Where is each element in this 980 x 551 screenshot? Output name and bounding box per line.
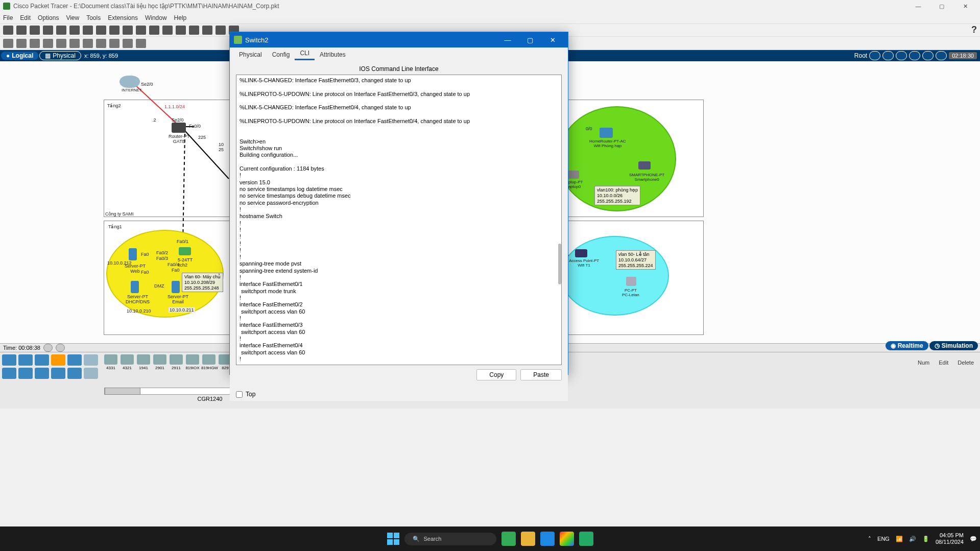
taskbar-app-explorer[interactable] xyxy=(521,532,535,546)
palette-net-icon[interactable] xyxy=(2,354,16,366)
cloud-icon[interactable] xyxy=(119,76,140,88)
play-button[interactable] xyxy=(43,344,53,352)
fast-forward-button[interactable] xyxy=(56,344,65,352)
device-4321[interactable]: 4321 xyxy=(119,354,135,370)
draw-freeform-icon[interactable] xyxy=(109,39,119,48)
device-819iox[interactable]: 819IOX xyxy=(185,354,200,370)
zoom-fit-icon[interactable] xyxy=(149,26,159,35)
popup-close-button[interactable]: ✕ xyxy=(541,32,564,47)
draw-ellipse-icon[interactable] xyxy=(96,39,106,48)
wizard-icon[interactable] xyxy=(56,26,66,35)
tab-attributes[interactable]: Attributes xyxy=(315,49,351,60)
new-icon[interactable] xyxy=(3,26,13,35)
pc-letan-icon[interactable] xyxy=(626,277,636,286)
device-2911[interactable]: 2911 xyxy=(169,354,184,370)
tray-battery-icon[interactable]: 🔋 xyxy=(922,536,929,542)
palette-sub4-icon[interactable] xyxy=(51,368,65,379)
paste-button[interactable]: Paste xyxy=(520,369,562,380)
letan-zone[interactable] xyxy=(561,236,669,316)
nav-env-icon[interactable] xyxy=(936,51,947,60)
taskbar-app-pt[interactable] xyxy=(501,532,516,546)
simulation-tab[interactable]: ◷ Simulation xyxy=(929,341,978,350)
realtime-tab[interactable]: ◉ Realtime xyxy=(886,341,928,350)
select-tool-icon[interactable] xyxy=(3,39,13,48)
menu-window[interactable]: Window xyxy=(145,14,167,21)
palette-icon[interactable] xyxy=(162,26,173,35)
minimize-button[interactable]: — xyxy=(906,0,930,12)
root-button[interactable]: Root xyxy=(854,52,867,59)
tab-physical[interactable]: Physical xyxy=(234,49,267,60)
start-button[interactable] xyxy=(387,533,399,545)
menu-extensions[interactable]: Extensions xyxy=(108,14,138,21)
help-icon[interactable]: ? xyxy=(971,25,977,35)
close-button[interactable]: ✕ xyxy=(953,0,977,12)
ap-icon[interactable] xyxy=(575,249,587,257)
menu-file[interactable]: File xyxy=(3,14,13,21)
taskbar-app-chrome[interactable] xyxy=(560,532,574,546)
palette-conn-icon[interactable] xyxy=(51,354,65,366)
home-router-icon[interactable] xyxy=(600,128,613,138)
palette-comp-icon[interactable] xyxy=(35,354,49,366)
palette-sub5-icon[interactable] xyxy=(67,368,82,379)
device-2901[interactable]: 2901 xyxy=(152,354,168,370)
palette-end-icon[interactable] xyxy=(18,354,33,366)
cli-scrollbar[interactable] xyxy=(558,244,561,284)
undo-icon[interactable] xyxy=(96,26,106,35)
smartphone-icon[interactable] xyxy=(638,161,651,170)
zoom-in-icon[interactable] xyxy=(123,26,133,35)
device-icon-b[interactable] xyxy=(189,26,199,35)
palette-sub6-icon[interactable] xyxy=(84,368,98,379)
popup-titlebar[interactable]: Switch2 — ▢ ✕ xyxy=(230,32,568,47)
device-819hgw[interactable]: 819HGW xyxy=(201,354,217,370)
palette-sub2-icon[interactable] xyxy=(18,368,33,379)
nav-cloud-icon[interactable] xyxy=(882,51,894,60)
zoom-out-icon[interactable] xyxy=(136,26,146,35)
taskbar-app-zalo[interactable] xyxy=(540,532,555,546)
complex-pdu-icon[interactable] xyxy=(136,39,146,48)
nav-move-icon[interactable] xyxy=(896,51,907,60)
copy-button[interactable]: Copy xyxy=(476,369,516,380)
logical-tab[interactable]: ● Logical xyxy=(1,52,38,60)
tray-notifications-icon[interactable]: 💬 xyxy=(970,536,977,542)
delete-tool-icon[interactable] xyxy=(30,39,40,48)
top-checkbox[interactable] xyxy=(236,391,243,398)
palette-sub3-icon[interactable] xyxy=(35,368,49,379)
menu-help[interactable]: Help xyxy=(174,14,187,21)
palette-misc-icon[interactable] xyxy=(67,354,82,366)
resize-tool-icon[interactable] xyxy=(43,39,53,48)
draw-line-icon[interactable] xyxy=(69,39,80,48)
save-icon[interactable] xyxy=(30,26,40,35)
menu-options[interactable]: Options xyxy=(38,14,59,21)
maximize-button[interactable]: ▢ xyxy=(930,0,953,12)
server-email-icon[interactable] xyxy=(172,281,180,293)
open-icon[interactable] xyxy=(16,26,27,35)
print-icon[interactable] xyxy=(43,26,53,35)
physical-tab[interactable]: ▦ Physical xyxy=(39,51,81,60)
nav-view-b-icon[interactable] xyxy=(922,51,934,60)
simple-pdu-icon[interactable] xyxy=(123,39,133,48)
router-gate-icon[interactable] xyxy=(172,123,186,133)
popup-minimize-button[interactable]: — xyxy=(496,32,519,47)
menu-view[interactable]: View xyxy=(66,14,79,21)
server-dhcp-icon[interactable] xyxy=(131,281,139,293)
taskbar-search[interactable]: 🔍 Search xyxy=(404,533,496,545)
switch2-window[interactable]: Switch2 — ▢ ✕ Physical Config CLI Attrib… xyxy=(229,32,568,375)
switch-icon[interactable] xyxy=(179,247,191,255)
device-icon-a[interactable] xyxy=(176,26,186,35)
copy-icon[interactable] xyxy=(69,26,80,35)
menu-edit[interactable]: Edit xyxy=(20,14,31,21)
paste-icon[interactable] xyxy=(83,26,93,35)
redo-icon[interactable] xyxy=(109,26,119,35)
server-web-icon[interactable] xyxy=(129,248,137,260)
tray-clock[interactable]: 04:05 PM 08/11/2024 xyxy=(936,532,964,545)
tab-config[interactable]: Config xyxy=(267,49,295,60)
tray-volume-icon[interactable]: 🔊 xyxy=(909,536,916,542)
cli-terminal[interactable]: %LINK-5-CHANGED: Interface FastEthernet0… xyxy=(236,75,562,365)
tray-wifi-icon[interactable]: 📶 xyxy=(896,536,903,542)
device-4331[interactable]: 4331 xyxy=(103,354,118,370)
draw-rect-icon[interactable] xyxy=(83,39,93,48)
palette-multi-icon[interactable] xyxy=(84,354,98,366)
tray-chevron-icon[interactable]: ˄ xyxy=(868,536,871,542)
nav-back-icon[interactable] xyxy=(869,51,880,60)
tray-lang[interactable]: ENG xyxy=(877,536,890,542)
